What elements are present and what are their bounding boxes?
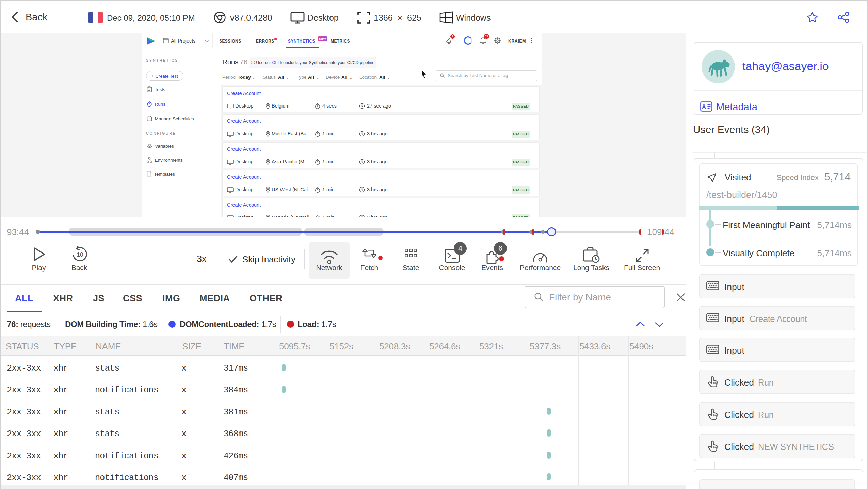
svg-text:10: 10 bbox=[77, 251, 83, 258]
